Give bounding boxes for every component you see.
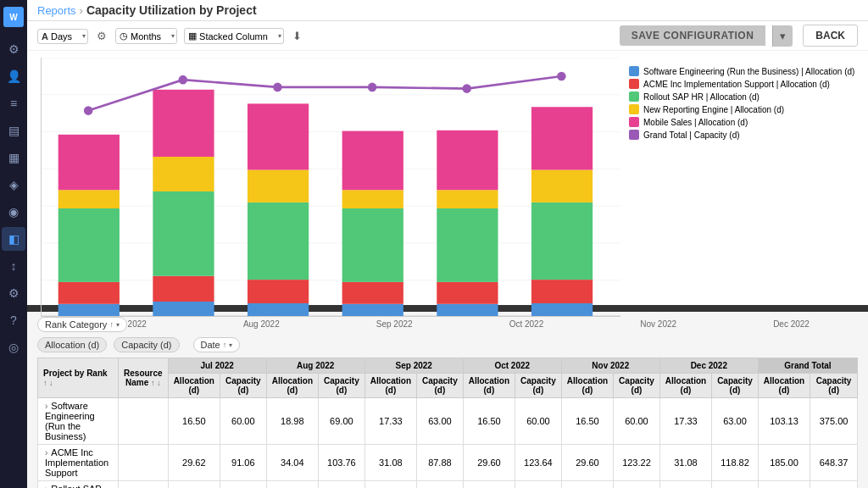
- x-label-oct: Oct 2022: [509, 319, 544, 329]
- allocation-chip-label: Allocation (d): [45, 340, 99, 350]
- sidebar-icon-circle[interactable]: ◈: [2, 173, 25, 197]
- th-jul-alloc: Allocation (d): [168, 374, 220, 398]
- th-jul: Jul 2022: [168, 358, 266, 374]
- x-axis-labels: Jul 2022 Aug 2022 Sep 2022 Oct 2022 Nov …: [41, 319, 858, 329]
- breadcrumb-reports[interactable]: Reports: [37, 4, 76, 17]
- allocation-unit-select[interactable]: A Days ▾: [37, 29, 88, 44]
- back-button[interactable]: BACK: [803, 25, 858, 47]
- sidebar-icon-target[interactable]: ◉: [2, 200, 25, 224]
- th-nov-alloc: Allocation (d): [561, 374, 613, 398]
- cap-2-3: 120.00: [515, 481, 562, 489]
- svg-rect-31: [342, 304, 403, 316]
- save-configuration-button[interactable]: SAVE CONFIGURATION: [620, 25, 766, 46]
- x-label-sep: Sep 2022: [376, 319, 413, 329]
- th-nov: Nov 2022: [561, 358, 659, 374]
- download-icon[interactable]: ⬇: [292, 30, 302, 42]
- sidebar-icon-user[interactable]: 👤: [2, 64, 25, 88]
- alloc-2-2: 104.75: [364, 481, 416, 489]
- svg-rect-36: [437, 304, 498, 316]
- th-sep-cap: Capacity (d): [417, 374, 464, 398]
- sidebar-icon-settings[interactable]: ⚙: [2, 37, 25, 61]
- legend-item-acme: ACME Inc Implementation Support | Alloca…: [629, 79, 858, 89]
- alloc-1-2: 31.08: [364, 445, 416, 481]
- legend-label-software: Software Engineering (Run the Business) …: [643, 67, 854, 76]
- sidebar-icon-reports[interactable]: ◧: [2, 227, 25, 251]
- svg-rect-22: [153, 276, 214, 302]
- expand-arrow-2[interactable]: ›: [45, 485, 47, 488]
- svg-rect-29: [248, 170, 309, 202]
- alloc-2-5: 105.04: [659, 481, 711, 489]
- time-unit-value: Months: [131, 31, 161, 42]
- legend-label-acme: ACME Inc Implementation Support | Alloca…: [643, 80, 830, 89]
- cap-0-0: 60.00: [220, 398, 266, 445]
- th-oct: Oct 2022: [463, 358, 561, 374]
- capacity-filter-chip[interactable]: Capacity (d): [114, 337, 179, 352]
- save-configuration-arrow-button[interactable]: ▾: [772, 25, 793, 47]
- allocation-unit-selector[interactable]: A Days ▾: [37, 28, 88, 44]
- svg-rect-32: [342, 282, 403, 304]
- legend-label-sap: Rollout SAP HR | Allocation (d): [643, 92, 760, 102]
- sidebar-icon-globe[interactable]: ◎: [2, 336, 25, 359]
- cap-2-1: 138.00: [319, 481, 365, 489]
- svg-rect-45: [531, 107, 593, 169]
- app-logo[interactable]: W: [3, 7, 24, 27]
- alloc-0-3: 16.50: [463, 398, 515, 445]
- th-jul-cap: Capacity (d): [220, 374, 266, 398]
- time-unit-select[interactable]: ◷ Months ▾: [115, 28, 177, 44]
- cap-2-5: 126.00: [712, 481, 759, 489]
- alloc-0-1: 18.98: [266, 398, 318, 445]
- settings-icon[interactable]: ⚙: [97, 30, 107, 42]
- toolbar: A Days ▾ ⚙ ◷ Months ▾ ▦ Stacked Column ▾…: [27, 21, 868, 51]
- total-cap-2: 750.00: [810, 481, 858, 489]
- allocation-filter-chip[interactable]: Allocation (d): [37, 337, 107, 352]
- chart-type-selector[interactable]: ▦ Stacked Column ▾: [184, 27, 284, 44]
- svg-rect-17: [58, 282, 120, 304]
- cap-2-2: 126.00: [417, 481, 464, 489]
- cap-1-4: 123.22: [614, 445, 660, 481]
- sidebar-icon-list[interactable]: ▤: [2, 119, 25, 142]
- expand-arrow-1[interactable]: ›: [45, 448, 47, 458]
- th-grand-alloc: Allocation (d): [758, 374, 810, 398]
- svg-point-47: [179, 75, 188, 85]
- sidebar-icon-menu[interactable]: ≡: [2, 92, 25, 115]
- th-sep-alloc: Allocation (d): [364, 374, 416, 398]
- alloc-1-1: 34.04: [266, 445, 318, 481]
- sidebar-icon-chart[interactable]: ▦: [2, 146, 25, 169]
- main-content: Reports › Capacity Utilization by Projec…: [27, 0, 868, 488]
- expand-arrow-0[interactable]: ›: [45, 402, 47, 411]
- svg-rect-28: [248, 202, 309, 280]
- alloc-2-4: 99.77: [561, 481, 613, 489]
- cap-2-0: 120.00: [220, 481, 266, 489]
- x-label-dec: Dec 2022: [773, 319, 810, 329]
- date-sort: ↑: [223, 341, 227, 349]
- alloc-0-2: 17.33: [364, 398, 416, 445]
- alloc-2-0: 99.76: [168, 481, 220, 489]
- alloc-1-3: 29.60: [463, 445, 515, 481]
- th-project-rank[interactable]: Project by Rank ↑ ↓: [38, 358, 119, 398]
- table-row: ›Software Engineering (Run the Business)…: [38, 398, 858, 445]
- cap-0-5: 63.00: [712, 398, 759, 445]
- chart-type-select[interactable]: ▦ Stacked Column ▾: [184, 28, 284, 44]
- breadcrumb-arrow: ›: [80, 4, 83, 17]
- svg-rect-35: [342, 131, 403, 191]
- sidebar-icon-transfer[interactable]: ↕: [2, 254, 25, 278]
- total-alloc-0: 103.13: [758, 398, 810, 445]
- rank-category-label: Rank Category: [45, 319, 107, 330]
- date-filter-chip[interactable]: Date ↑ ▾: [193, 337, 241, 352]
- total-alloc-2: 623.81: [758, 481, 810, 489]
- sidebar-icon-cog[interactable]: ⚙: [2, 281, 25, 305]
- cap-0-2: 63.00: [417, 398, 464, 445]
- sidebar-icon-help[interactable]: ?: [2, 308, 25, 332]
- row-label-1: ›ACME Inc Implementation Support: [38, 445, 119, 481]
- time-unit-selector[interactable]: ◷ Months ▾: [115, 27, 177, 44]
- svg-rect-34: [342, 190, 403, 208]
- alloc-0-5: 17.33: [659, 398, 711, 445]
- svg-rect-33: [342, 208, 403, 282]
- rank-category-filter[interactable]: Rank Category ↑ ▾: [37, 317, 127, 332]
- resource-name-2: [119, 481, 169, 489]
- resource-name-0: [119, 398, 169, 445]
- cap-0-3: 60.00: [515, 398, 562, 445]
- alloc-0-0: 16.50: [168, 398, 220, 445]
- th-resource-name[interactable]: Resource Name ↑ ↓: [119, 358, 169, 398]
- total-alloc-1: 185.00: [758, 445, 810, 481]
